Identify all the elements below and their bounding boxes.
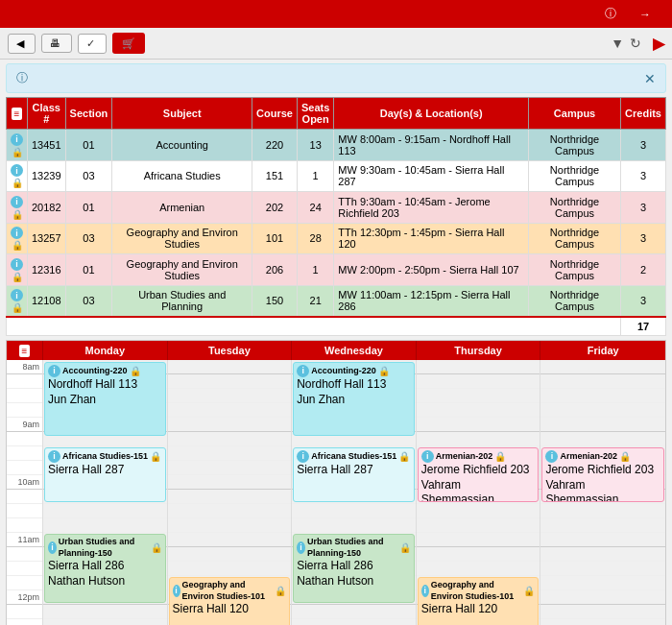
col-subject: Subject (112, 98, 252, 130)
info-close-icon[interactable]: ✕ (644, 71, 656, 86)
time-row-bg (168, 504, 292, 518)
time-row-bg (540, 418, 665, 432)
row-icons: i 🔒 (7, 160, 28, 192)
info-icon[interactable]: i (297, 541, 305, 554)
time-row-bg (43, 605, 167, 619)
time-label (7, 547, 42, 562)
cal-event[interactable]: iAccounting-220🔒 Nordhoff Hall 113 Jun Z… (44, 362, 166, 436)
cal-event[interactable]: iArmenian-202🔒 Jerome Richfield 203 Vahr… (541, 447, 664, 502)
cal-event[interactable]: iGeography and Environ Studies-101🔒 Sier… (169, 577, 291, 625)
validate-button[interactable]: ✓ (78, 34, 107, 54)
time-row-bg (168, 418, 292, 432)
thursday-col: iArmenian-202🔒 Jerome Richfield 203 Vahr… (417, 360, 541, 625)
info-icon[interactable]: i (11, 196, 23, 208)
back-button[interactable]: ◀ (8, 34, 36, 54)
cal-wednesday: Wednesday (292, 341, 417, 360)
time-row-bg (292, 605, 416, 619)
info-icon[interactable]: i (545, 450, 558, 463)
cal-event[interactable]: iAfricana Studies-151🔒 Sierra Hall 287 (293, 447, 415, 502)
cal-toggle[interactable]: ≡ (7, 341, 43, 360)
print-button[interactable]: 🖶 (41, 34, 72, 53)
col-toggle[interactable]: ≡ (7, 98, 28, 130)
time-row-bg (417, 360, 540, 374)
time-label: 10am (7, 475, 42, 490)
time-label (7, 576, 42, 590)
time-row-bg (540, 403, 665, 418)
cal-event[interactable]: iAccounting-220🔒 Nordhoff Hall 113 Jun Z… (293, 362, 415, 436)
campus: Northridge Campus (529, 192, 621, 224)
table-row: i 🔒 20182 01 Armenian 202 24 TTh 9:30am … (7, 192, 666, 224)
lock-icon: 🔒 (151, 541, 162, 554)
lock-icon: 🔒 (275, 585, 286, 597)
info-icon[interactable]: i (297, 365, 309, 377)
time-row-bg (168, 403, 292, 418)
lock-icon: 🔒 (619, 450, 631, 463)
time-row-bg (540, 547, 665, 562)
time-label (7, 619, 42, 625)
cal-event[interactable]: iAfricana Studies-151🔒 Sierra Hall 287 (44, 447, 166, 502)
schedule-nav: ▼ ↻ ▶ (611, 35, 664, 53)
section: 01 (65, 130, 112, 161)
info-icon[interactable]: i (421, 585, 429, 597)
lock-icon: 🔒 (399, 541, 411, 554)
col-days: Day(s) & Location(s) (334, 98, 529, 130)
col-section: Section (65, 98, 112, 130)
info-icon[interactable]: i (48, 450, 60, 463)
total-label (7, 317, 621, 336)
toolbar: ◀ 🖶 ✓ 🛒 ▼ ↻ ▶ (0, 28, 672, 60)
heart-icon[interactable]: ▼ (611, 36, 624, 51)
time-row-bg (168, 475, 292, 490)
info-icon[interactable]: i (11, 227, 23, 239)
time-row-bg (540, 360, 665, 374)
cart-button[interactable]: 🛒 (112, 33, 145, 54)
time-row-bg (540, 605, 665, 619)
prev-schedule-button[interactable]: ↻ (630, 36, 641, 51)
next-schedule-button[interactable]: ▶ (653, 35, 664, 53)
cal-event[interactable]: iUrban Studies and Planning-150🔒 Sierra … (44, 534, 166, 603)
time-label (7, 461, 42, 475)
time-row-bg (43, 504, 167, 518)
credits: 3 (621, 160, 666, 192)
class-num: 13451 (28, 130, 66, 161)
credits: 3 (621, 192, 666, 224)
table-row: i 🔒 13257 03 Geography and Environ Studi… (7, 223, 666, 254)
cal-event[interactable]: iUrban Studies and Planning-150🔒 Sierra … (293, 534, 415, 603)
time-row-bg (417, 403, 540, 418)
days-grid: iAccounting-220🔒 Nordhoff Hall 113 Jun Z… (43, 360, 665, 625)
subject: Armenian (112, 192, 252, 224)
info-icon[interactable]: i (421, 450, 434, 463)
info-icon[interactable]: i (11, 133, 23, 146)
cal-event[interactable]: iArmenian-202🔒 Jerome Richfield 203 Vahr… (418, 447, 540, 502)
info-icon[interactable]: i (48, 541, 57, 554)
info-icon[interactable]: i (11, 289, 23, 301)
wednesday-col: iAccounting-220🔒 Nordhoff Hall 113 Jun Z… (292, 360, 417, 625)
monday-col: iAccounting-220🔒 Nordhoff Hall 113 Jun Z… (43, 360, 168, 625)
cal-event[interactable]: iGeography and Environ Studies-101🔒 Sier… (418, 577, 540, 625)
seats: 1 (297, 254, 333, 286)
time-row-bg (168, 389, 292, 403)
lock-icon: 🔒 (523, 585, 535, 597)
time-row-bg (292, 518, 416, 533)
time-label (7, 605, 42, 619)
days-loc: MW 9:30am - 10:45am - Sierra Hall 287 (334, 160, 529, 192)
time-row-bg (168, 461, 292, 475)
cal-tuesday: Tuesday (168, 341, 293, 360)
class-num: 20182 (28, 192, 66, 224)
info-icon[interactable]: i (48, 365, 60, 377)
info-icon[interactable]: i (173, 585, 180, 597)
info-icon[interactable]: i (11, 258, 23, 271)
info-icon[interactable]: i (11, 164, 23, 177)
row-icons: i 🔒 (7, 192, 28, 224)
time-label (7, 374, 42, 389)
campus: Northridge Campus (529, 160, 621, 192)
lock-icon: 🔒 (378, 365, 390, 377)
section: 01 (65, 254, 112, 286)
cal-friday: Friday (540, 341, 665, 360)
seats: 28 (297, 223, 333, 254)
info-bar: ⓘ ✕ (6, 63, 666, 93)
info-icon[interactable]: i (297, 450, 309, 463)
time-row-bg (168, 446, 292, 461)
table-row: i 🔒 12316 01 Geography and Environ Studi… (7, 254, 666, 286)
time-row-bg (417, 504, 540, 518)
time-row-bg (43, 518, 167, 533)
